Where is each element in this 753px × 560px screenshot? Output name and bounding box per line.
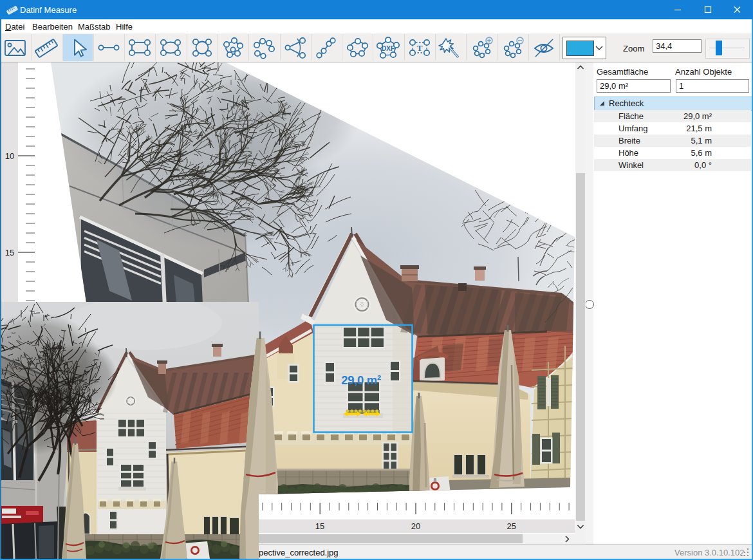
svg-text:DXF: DXF xyxy=(382,45,395,52)
svg-text:15: 15 xyxy=(5,248,14,257)
svg-text:29,0 m²: 29,0 m² xyxy=(341,373,381,387)
svg-text:25: 25 xyxy=(507,521,516,531)
svg-text:20: 20 xyxy=(411,521,420,531)
svg-text:10: 10 xyxy=(5,151,14,161)
svg-text:15: 15 xyxy=(315,521,324,531)
svg-text:T: T xyxy=(417,43,423,53)
